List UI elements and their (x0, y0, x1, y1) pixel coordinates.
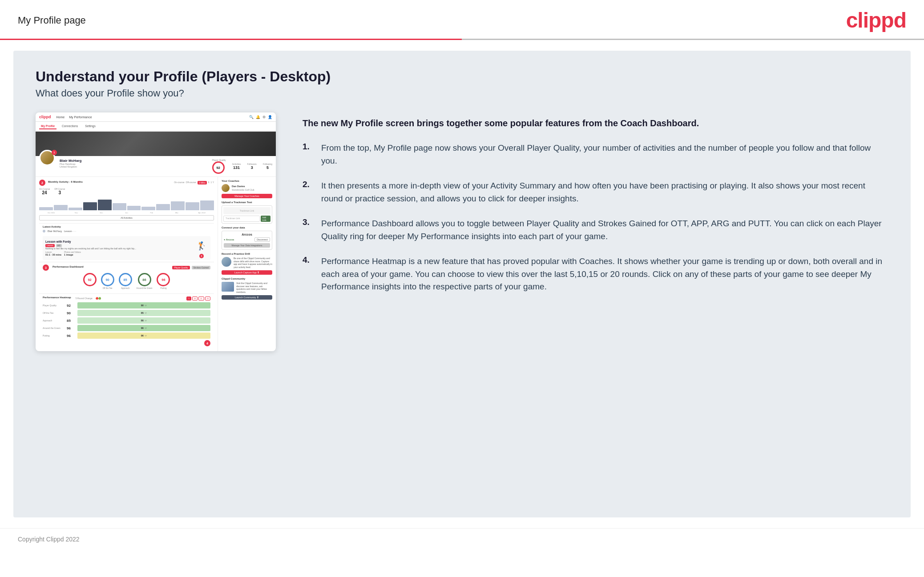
lesson-tags: Lesson drill (45, 244, 193, 247)
list-item-1: 1. From the top, My Profile page now sho… (303, 142, 888, 167)
heatmap-btn-15[interactable]: 15 (198, 297, 204, 301)
lesson-figure: 🏌️ (195, 238, 208, 254)
ring-putting: 96 Putting (157, 273, 170, 289)
bar-10 (171, 201, 185, 210)
avatar-wrapper: 1 (39, 150, 55, 174)
content-subtitle: What does your Profile show you? (36, 88, 888, 99)
perf-title: Performance Dashboard (52, 265, 84, 268)
trackman-input[interactable]: Trackman Link (223, 216, 260, 222)
chart-label-feb: Feb (140, 212, 164, 214)
mockup-sub-tabs: My Profile Connections Settings (36, 122, 276, 132)
chart-label-nov: Nov (64, 212, 88, 214)
coach-item: Dan Davies Stonebrooke Golf Club (222, 184, 272, 192)
media-value: 1 image (64, 253, 81, 256)
heatmap-label-approach: Approach (43, 319, 65, 322)
connect-box: Arccos ● Arccos Disconnect Manage Your D… (222, 231, 272, 250)
mockup-sub-tab-profile[interactable]: My Profile (39, 124, 56, 129)
bar-6 (113, 203, 126, 211)
latest-activity-section: Latest Activity Blair McHarg Lesson · · … (39, 223, 214, 234)
toggle-strokes-gained[interactable]: Strokes Gained (192, 266, 210, 269)
heatmap-badge-4: 4 (204, 340, 210, 346)
all-activities-button[interactable]: All Activities (39, 215, 214, 220)
perf-badge-3: 3 (43, 264, 49, 271)
toggle-player-quality[interactable]: Player Quality (172, 266, 190, 269)
heatmap-cell-putting: 96 ↑↑ (77, 333, 210, 339)
mockup-nav-performance: My Performance (69, 116, 92, 119)
intro-text: The new My Profile screen brings togethe… (303, 117, 888, 129)
app-mockup: clippd Home My Performance 🔍 🔔 ⚙ 👤 My Pr… (36, 112, 276, 351)
coach-club: Stonebrooke Golf Club (232, 188, 254, 191)
mockup-nav-icons: 🔍 🔔 ⚙ 👤 (249, 115, 272, 119)
mockup-nav-links: Home My Performance (56, 116, 92, 119)
heatmap-btn-5[interactable]: 5 (186, 297, 191, 301)
performance-heatmap: Performance Heatmap 5 Round Change: 🔴🟢 5… (39, 293, 214, 349)
heatmap-label-overall: Player Quality (43, 304, 65, 307)
coaches-section: Your Coaches Dan Davies Stonebrooke Golf… (222, 180, 272, 198)
list-num-1: 1. (303, 142, 315, 152)
mockup-sub-tab-settings[interactable]: Settings (83, 124, 97, 129)
connect-title: Connect your data (222, 226, 272, 229)
bar-5 (98, 200, 112, 210)
heatmap-val-approach: 85 (67, 319, 76, 323)
list-content-1: From the top, My Profile page now shows … (321, 142, 888, 167)
text-panel: The new My Profile screen brings togethe… (303, 112, 888, 306)
time-filter-3-mth[interactable]: 3 Mths (198, 181, 207, 184)
manage-coaches-button[interactable]: Manage Your Coaches (222, 194, 272, 198)
heatmap-round-label: 5 Round Change: (76, 297, 93, 300)
main-layout: clippd Home My Performance 🔍 🔔 ⚙ 👤 My Pr… (36, 112, 888, 351)
lesson-meta: Lesson 01:1 · 30 mins Photos and Videos … (45, 251, 193, 256)
mockup-hero-banner (36, 132, 276, 156)
chart-label-oct: Oct 2021 (39, 212, 63, 214)
activity-badge-2: 2 (39, 180, 45, 186)
heatmap-val-around-green: 96 (67, 326, 76, 330)
launch-capture-button[interactable]: Launch Capture App ⬆ (222, 270, 272, 275)
manage-integrations-button[interactable]: Manage Your Data Integrations (224, 243, 270, 248)
ring-overall-value: 92 (83, 273, 97, 286)
ring-approach: 85 Approach (119, 273, 132, 289)
hero-background (36, 132, 276, 156)
bar-9 (156, 204, 170, 210)
connect-app-name: ● Arccos (224, 238, 234, 241)
mockup-two-col: 2 Monthly Activity - 6 Months On-course … (36, 177, 276, 351)
trackman-add-button[interactable]: Add Link (261, 216, 271, 222)
activity-controls: On-course Off-course 3 Mths 6 1 Y (174, 181, 214, 184)
ring-around-green: 86 Around the Green (137, 273, 153, 289)
coach-avatar (222, 184, 230, 192)
mockup-logo: clippd (39, 115, 51, 119)
mockup-left-col: 2 Monthly Activity - 6 Months On-course … (36, 177, 218, 351)
bar-8 (141, 207, 155, 210)
mockup-sub-tab-connections[interactable]: Connections (60, 124, 80, 129)
performance-dashboard: 3 Performance Dashboard Player Quality S… (39, 262, 214, 293)
heatmap-val-putting: 96 (67, 334, 76, 338)
heatmap-row-overall: Player Quality 92 90 ↑↑ (43, 302, 210, 309)
perf-header: 3 Performance Dashboard Player Quality S… (43, 264, 210, 271)
list-content-2: It then presents a more in-depth view of… (321, 180, 888, 205)
disconnect-button[interactable]: Disconnect (254, 237, 270, 242)
chart-label-dec: Dec (89, 212, 113, 214)
on-course-stat: On Course 24 (39, 188, 50, 195)
lesson-tag-2: drill (56, 244, 62, 247)
handicap-badge: 1 (52, 150, 57, 155)
trackman-title: Upload a Trackman Test (222, 201, 272, 204)
heatmap-btn-10[interactable]: 10 (192, 297, 198, 301)
activity-bar-chart (39, 197, 214, 210)
heatmap-btn-20[interactable]: 20 (205, 297, 210, 301)
stat-quality: Player Quality 92 (212, 159, 226, 174)
page-title: My Profile page (18, 15, 86, 26)
quality-ring: 92 (212, 161, 225, 174)
bar-3 (69, 208, 82, 210)
trackman-placeholder: Trackman Link (223, 207, 270, 214)
heatmap-header: Performance Heatmap 5 Round Change: 🔴🟢 5… (43, 296, 210, 301)
trackman-input-row: Trackman Link Add Link (223, 216, 270, 222)
latest-activity-title: Latest Activity (43, 225, 210, 228)
settings-icon: ⚙ (262, 115, 266, 119)
view-off-course: Off-course (186, 181, 196, 184)
header-divider (0, 39, 924, 40)
list-num-4: 4. (303, 255, 315, 265)
content-area: Understand your Profile (Players - Deskt… (13, 51, 911, 517)
heatmap-cell-approach: 86 ↑↑ (77, 317, 210, 324)
trackman-card: Trackman Link Trackman Link Add Link (222, 205, 272, 224)
launch-community-button[interactable]: Launch Community ⬆ (222, 295, 272, 300)
connect-item-arccos: ● Arccos Disconnect (224, 237, 270, 242)
heatmap-val-overall: 92 (67, 304, 76, 308)
